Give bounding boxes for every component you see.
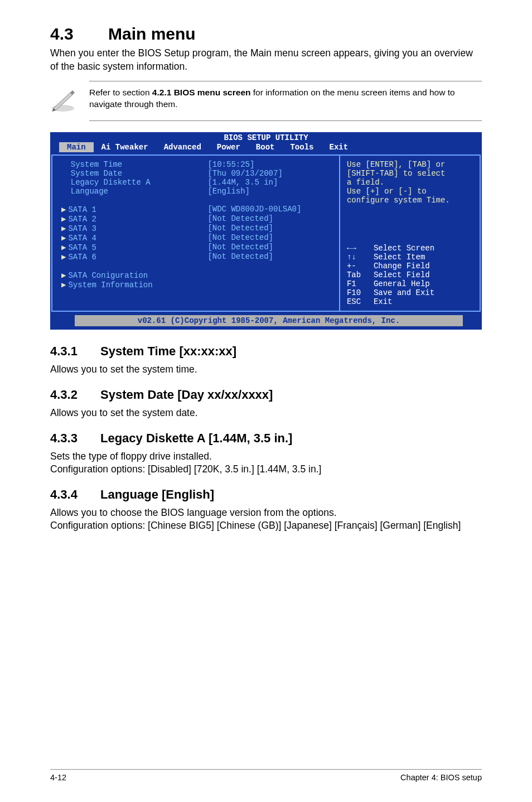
bios-row-value <box>207 196 332 205</box>
subsection-body: Sets the type of floppy drive installed.… <box>50 450 482 476</box>
bios-tab-power[interactable]: Power <box>209 142 248 152</box>
pencil-icon <box>50 87 76 115</box>
bios-tab-tools[interactable]: Tools <box>282 142 321 152</box>
bios-hint-key: ↑↓ <box>347 253 369 262</box>
subsection-title: Legacy Diskette A [1.44M, 3.5 in.] <box>100 431 292 445</box>
bios-row[interactable]: System Time[10:55:25] <box>61 160 332 169</box>
bios-row[interactable]: System Date[Thu 09/13/2007] <box>61 169 332 178</box>
bios-row-label <box>61 196 207 205</box>
bios-tab-exit[interactable]: Exit <box>321 142 356 152</box>
bios-row[interactable]: ▶SATA 4[Not Detected] <box>61 233 332 243</box>
bios-tab-ai-tweaker[interactable]: Ai Tweaker <box>94 142 156 152</box>
bios-hint-label: Save and Exit <box>374 288 473 297</box>
bios-tab-boot[interactable]: Boot <box>248 142 283 152</box>
subsection-heading: 4.3.3Legacy Diskette A [1.44M, 3.5 in.] <box>50 431 482 446</box>
bios-row-value: [WDC WD800JD-00LSA0] <box>207 205 332 214</box>
bios-row-value <box>207 270 332 280</box>
subsection-heading: 4.3.2System Date [Day xx/xx/xxxx] <box>50 388 482 402</box>
bios-row-label: ▶SATA 2 <box>61 214 207 224</box>
bios-hint-label: Select Screen <box>374 244 473 253</box>
bios-tabs: MainAi TweakerAdvancedPowerBootToolsExit <box>50 142 482 154</box>
page-footer: 4-12 Chapter 4: BIOS setup <box>50 769 482 782</box>
bios-row[interactable]: ▶SATA 5[Not Detected] <box>61 243 332 252</box>
bios-row-value: [1.44M, 3.5 in] <box>207 178 332 187</box>
bios-row[interactable]: ▶SATA 2[Not Detected] <box>61 214 332 224</box>
note-text: Refer to section 4.2.1 BIOS menu screen … <box>89 87 482 110</box>
bios-row-label: ▶SATA 5 <box>61 243 207 252</box>
page-number: 4-12 <box>50 773 66 782</box>
bios-row-value <box>207 262 332 270</box>
subsection-title: System Date [Day xx/xx/xxxx] <box>100 388 273 402</box>
subsection-number: 4.3.2 <box>50 388 100 402</box>
bios-hint-row: TabSelect Field <box>347 270 473 279</box>
bios-row[interactable]: Legacy Diskette A[1.44M, 3.5 in] <box>61 178 332 187</box>
bios-hint-row: F1General Help <box>347 279 473 288</box>
bios-hint-key: F10 <box>347 288 369 297</box>
subsection-heading: 4.3.4Language [English] <box>50 487 482 502</box>
bios-row-value: [English] <box>207 187 332 196</box>
bios-hint-row: +-Change Field <box>347 262 473 270</box>
bios-row-value <box>207 280 332 289</box>
bios-row[interactable]: ▶System Information <box>61 280 332 289</box>
bios-hint-row: ↑↓Select Item <box>347 253 473 262</box>
intro-text: When you enter the BIOS Setup program, t… <box>50 47 482 73</box>
bios-row-label: ▶SATA Coniguration <box>61 270 207 280</box>
bios-right-panel: Use [ENTER], [TAB] or [SHIFT-TAB] to sel… <box>339 156 481 311</box>
bios-row-label: ▶SATA 6 <box>61 252 207 262</box>
bios-row-label: ▶System Information <box>61 280 207 289</box>
bios-hint-key: ESC <box>347 297 369 306</box>
bios-row-label <box>61 262 207 270</box>
subsection-number: 4.3.1 <box>50 344 100 359</box>
subsection-body: Allows you to set the system date. <box>50 407 482 420</box>
subsection-number: 4.3.4 <box>50 487 100 502</box>
bios-hint-key: Tab <box>347 270 369 279</box>
section-heading: 4.3Main menu <box>50 25 482 44</box>
subsection-body: Allows you to set the system time. <box>50 363 482 376</box>
bios-footer: v02.61 (C)Copyright 1985-2007, American … <box>75 315 463 326</box>
bios-row[interactable]: ▶SATA 3[Not Detected] <box>61 224 332 233</box>
bios-row[interactable]: Language[English] <box>61 187 332 196</box>
bios-help-line: Use [ENTER], [TAB] or <box>347 160 473 169</box>
bios-row[interactable]: ▶SATA 6[Not Detected] <box>61 252 332 262</box>
note-rule-bottom <box>89 120 482 121</box>
bios-row[interactable]: ▶SATA Coniguration <box>61 270 332 280</box>
bios-hint-key: F1 <box>347 279 369 288</box>
bios-row-value: [Thu 09/13/2007] <box>207 169 332 178</box>
bios-hint-key: +- <box>347 262 369 270</box>
bios-row-label: ▶SATA 1 <box>61 205 207 214</box>
bios-row[interactable]: ▶SATA 1[WDC WD800JD-00LSA0] <box>61 205 332 214</box>
bios-help-line: Use [+] or [-] to <box>347 187 473 196</box>
subsection-title: System Time [xx:xx:xx] <box>100 344 236 358</box>
bios-hint-row: F10Save and Exit <box>347 288 473 297</box>
subsection-heading: 4.3.1System Time [xx:xx:xx] <box>50 344 482 359</box>
bios-tab-advanced[interactable]: Advanced <box>156 142 209 152</box>
note-block: Refer to section 4.2.1 BIOS menu screen … <box>50 81 482 121</box>
bios-row-value: [Not Detected] <box>207 243 332 252</box>
subsection-title: Language [English] <box>100 487 214 501</box>
bios-hint-label: Select Field <box>374 270 473 279</box>
bios-row-label: Language <box>61 187 207 196</box>
bios-row-label: System Date <box>61 169 207 178</box>
chapter-label: Chapter 4: BIOS setup <box>400 773 482 782</box>
note-text-bold: 4.2.1 BIOS menu screen <box>152 88 251 97</box>
section-number: 4.3 <box>50 25 108 44</box>
bios-hint-label: Exit <box>374 297 473 306</box>
subsection-body: Allows you to choose the BIOS language v… <box>50 506 482 533</box>
bios-row-value: [Not Detected] <box>207 252 332 262</box>
bios-left-panel: System Time[10:55:25] System Date[Thu 09… <box>51 156 339 311</box>
bios-row-value: [Not Detected] <box>207 214 332 224</box>
bios-hint-label: Change Field <box>374 262 473 270</box>
bios-help-line: configure system Time. <box>347 196 473 205</box>
bios-hint-row: ESCExit <box>347 297 473 306</box>
bios-help-line: a field. <box>347 178 473 187</box>
bios-row-label: ▶SATA 3 <box>61 224 207 233</box>
bios-row-label: Legacy Diskette A <box>61 178 207 187</box>
section-title: Main menu <box>108 25 196 43</box>
bios-hint-row: ←→Select Screen <box>347 244 473 253</box>
bios-tab-main[interactable]: Main <box>59 142 94 152</box>
bios-hints: ←→Select Screen↑↓Select Item+-Change Fie… <box>347 244 473 306</box>
bios-row-label: ▶SATA 4 <box>61 233 207 243</box>
bios-hint-label: Select Item <box>374 253 473 262</box>
bios-row-value: [Not Detected] <box>207 224 332 233</box>
subsection-number: 4.3.3 <box>50 431 100 446</box>
